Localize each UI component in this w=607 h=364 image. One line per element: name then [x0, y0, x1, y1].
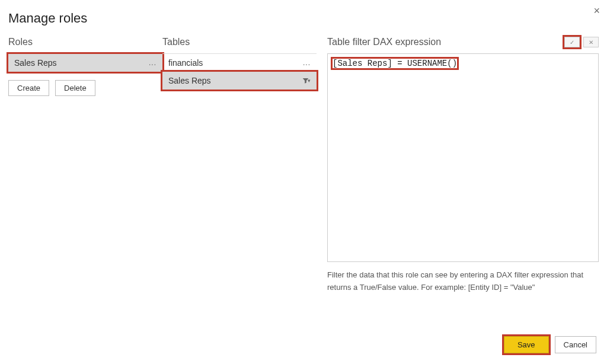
- dialog-title: Manage roles: [0, 0, 607, 37]
- delete-role-button[interactable]: Delete: [55, 80, 95, 96]
- role-item-menu-icon[interactable]: ...: [149, 59, 156, 67]
- roles-list: Sales Reps ...: [8, 53, 162, 72]
- discard-expression-button[interactable]: ✕: [583, 37, 599, 47]
- dax-help-text: Filter the data that this role can see b…: [327, 269, 599, 294]
- roles-panel: Roles Sales Reps ... Create Delete: [8, 37, 162, 294]
- table-item-sales-reps[interactable]: Sales Reps ▾: [162, 72, 317, 90]
- close-icon[interactable]: ×: [593, 5, 600, 17]
- role-item-sales-reps[interactable]: Sales Reps ...: [8, 54, 162, 72]
- cancel-button[interactable]: Cancel: [555, 336, 596, 353]
- dax-header: Table filter DAX expression: [327, 37, 441, 47]
- dax-expression-input[interactable]: [Sales Reps] = USERNAME(): [327, 53, 599, 262]
- table-item-label: Sales Reps: [168, 76, 211, 85]
- tables-panel: Tables financials ... Sales Reps ▾: [162, 37, 317, 294]
- table-item-label: financials: [168, 58, 203, 68]
- create-role-button[interactable]: Create: [8, 80, 49, 96]
- roles-header: Roles: [8, 37, 162, 47]
- save-button[interactable]: Save: [504, 336, 549, 353]
- apply-expression-button[interactable]: ✓: [564, 37, 580, 47]
- table-item-financials[interactable]: financials ...: [162, 54, 317, 72]
- table-item-menu-icon[interactable]: ...: [303, 59, 311, 67]
- tables-list: financials ... Sales Reps ▾: [162, 53, 317, 90]
- filter-icon[interactable]: ▾: [302, 76, 311, 85]
- dax-panel: Table filter DAX expression ✓ ✕ [Sales R…: [317, 37, 599, 294]
- role-item-label: Sales Reps: [14, 58, 57, 68]
- tables-header: Tables: [162, 37, 317, 47]
- dax-expression-text: [Sales Reps] = USERNAME(): [333, 59, 457, 68]
